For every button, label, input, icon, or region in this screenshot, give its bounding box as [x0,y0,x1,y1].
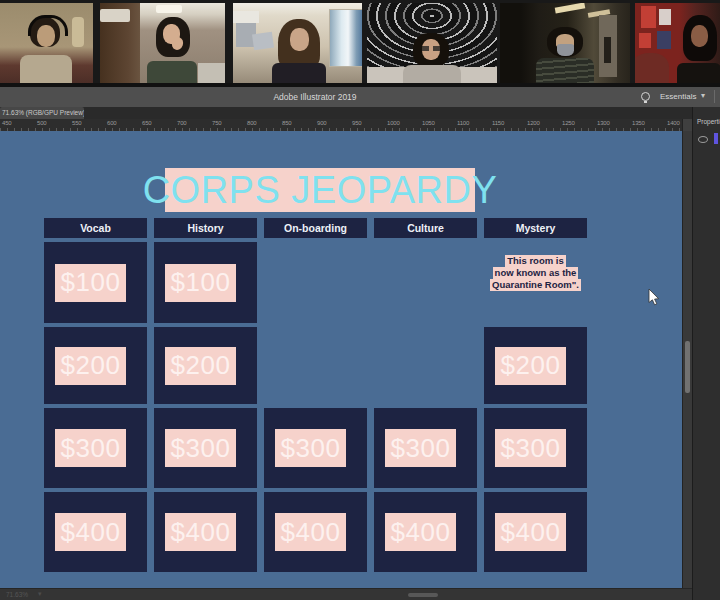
cell-value: $200 [495,347,566,385]
participant-face [290,28,309,51]
cell-value: $400 [165,513,236,551]
ruler-label: 750 [212,119,247,128]
document-tab-bar: 71.63% (RGB/GPU Preview) [0,107,720,119]
category-header-on-boarding[interactable]: On-boarding [264,218,367,238]
jeopardy-board: VocabHistoryOn-boardingCultureMystery$10… [44,218,587,572]
app-bar: Adobe Illustrator 2019 Essentials ▾ [0,87,720,107]
cell-history-400[interactable]: $400 [154,492,257,572]
radiator [198,63,225,83]
cell-value: $300 [385,429,456,467]
cell-history-300[interactable]: $300 [154,408,257,488]
chevron-down-icon[interactable]: ▾ [701,91,705,100]
cell-history-100[interactable]: $100 [154,242,257,323]
cell-mystery-300[interactable]: $300 [484,408,587,488]
cell-value: $400 [385,513,456,551]
artboard-canvas[interactable]: CORPS JEOPARDY VocabHistoryOn-boardingCu… [0,131,682,588]
clue-line: now known as the [493,267,579,279]
participant-face [37,25,55,47]
cell-history-200[interactable]: $200 [154,327,257,404]
ceiling-light [555,3,586,14]
poster [659,9,671,25]
cell-value: $300 [55,429,126,467]
document-tab[interactable]: 71.63% (RGB/GPU Preview) [0,107,84,119]
ruler-label: 1150 [492,119,527,128]
ruler-label: 1400 [667,119,682,128]
color-swatch [714,133,718,144]
horizontal-scrollbar-thumb[interactable] [408,593,438,597]
poster [252,32,274,51]
category-header-mystery[interactable]: Mystery [484,218,587,238]
cell-vocab-100[interactable]: $100 [44,242,147,323]
lightbulb-icon[interactable] [641,92,650,101]
status-zoom-level[interactable]: 71.63% [6,591,28,598]
ruler-label: 950 [352,119,387,128]
ceiling-light [156,5,182,13]
video-feed-1[interactable] [0,3,93,83]
clue-line: This room is [505,255,565,267]
video-feed-3[interactable] [233,3,362,83]
ruler-label: 450 [2,119,37,128]
cell-value: $300 [495,429,566,467]
ruler-label: 1050 [422,119,457,128]
vertical-scrollbar-thumb[interactable] [685,341,690,393]
cell-mystery-200[interactable]: $200 [484,327,587,404]
ruler-label: 1250 [562,119,597,128]
eye-icon[interactable] [698,136,708,143]
glasses [422,46,440,51]
ruler-label: 850 [282,119,317,128]
ruler-label: 700 [177,119,212,128]
mouse-cursor [648,289,660,307]
cell-on-boarding-300[interactable]: $300 [264,408,367,488]
ruler-label: 500 [37,119,72,128]
category-header-culture[interactable]: Culture [374,218,477,238]
revealed-clue: This room isnow known as theQuarantine R… [484,242,587,323]
workspace-switcher[interactable]: Essentials [660,92,696,101]
clue-line: Quarantine Room". [490,279,581,291]
participant-torso [147,61,197,83]
cell-on-boarding-400[interactable]: $400 [264,492,367,572]
properties-panel: Properties [692,107,720,600]
vertical-scrollbar[interactable] [682,131,692,588]
chevron-down-icon[interactable]: ▾ [38,590,42,598]
empty-cell [374,242,477,323]
category-header-vocab[interactable]: Vocab [44,218,147,238]
poster [639,33,651,48]
cell-value: $100 [55,264,126,302]
cell-value: $300 [275,429,346,467]
cell-vocab-200[interactable]: $200 [44,327,147,404]
participant-torso [272,63,326,83]
ruler-label: 1000 [387,119,422,128]
video-feed-2[interactable] [100,3,225,83]
participant-torso [677,63,720,83]
cell-mystery-400[interactable]: $400 [484,492,587,572]
armchair [635,53,669,83]
cell-value: $400 [495,513,566,551]
video-feed-4[interactable] [367,3,497,83]
cell-value: $300 [165,429,236,467]
cell-culture-300[interactable]: $300 [374,408,477,488]
cell-value: $400 [55,513,126,551]
video-feed-5[interactable] [500,3,630,83]
video-call-strip [0,0,720,83]
cell-vocab-400[interactable]: $400 [44,492,147,572]
ruler-corner [682,119,692,131]
participant-face [691,25,708,47]
ruler-label: 900 [317,119,352,128]
jeopardy-title-box: CORPS JEOPARDY [165,168,475,212]
poster [641,6,656,28]
video-feed-6[interactable] [635,3,720,83]
empty-cell [374,327,477,404]
screen: Adobe Illustrator 2019 Essentials ▾ 71.6… [0,0,720,600]
horizontal-ruler: 4505005506006507007508008509009501000105… [0,119,682,131]
bedding [100,9,130,22]
cell-value: $100 [165,264,236,302]
cell-vocab-300[interactable]: $300 [44,408,147,488]
empty-cell [264,242,367,323]
ruler-label: 650 [142,119,177,128]
category-header-history[interactable]: History [154,218,257,238]
poster [657,31,671,49]
ruler-label: 550 [72,119,107,128]
participant-torso [20,55,72,83]
cell-culture-400[interactable]: $400 [374,492,477,572]
lamp [72,17,84,47]
